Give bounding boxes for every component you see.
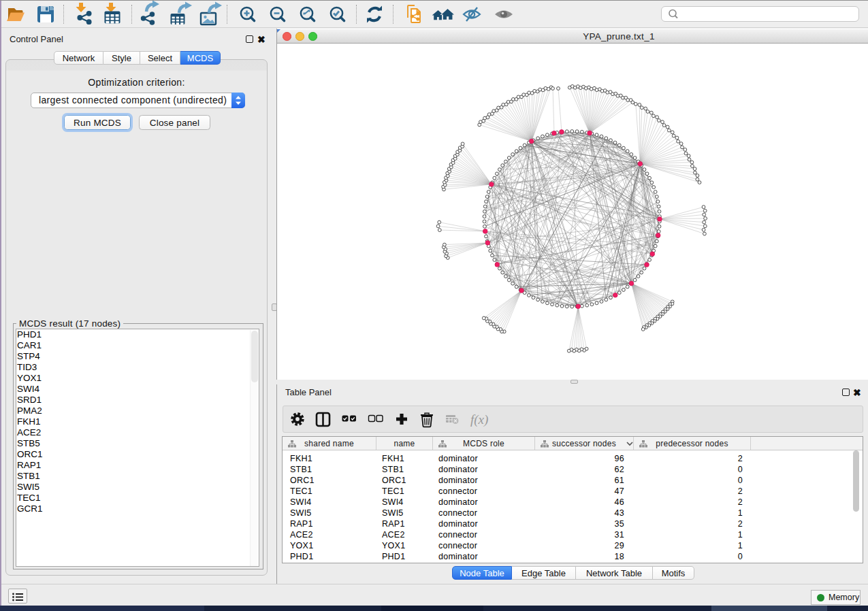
svg-text:f(x): f(x) xyxy=(470,412,488,427)
